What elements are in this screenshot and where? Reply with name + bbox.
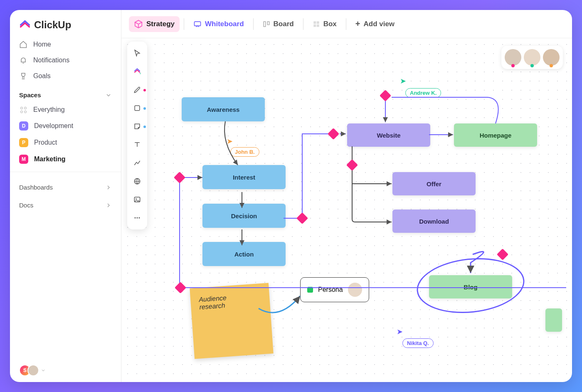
connector-diamond[interactable] [380, 90, 391, 101]
nav-home-label: Home [33, 41, 51, 48]
pen-icon [133, 86, 141, 94]
connector-diamond[interactable] [328, 128, 339, 140]
docs-label: Docs [19, 202, 33, 209]
space-badge: M [19, 155, 28, 164]
node-awareness[interactable]: Awareness [182, 97, 265, 121]
persona-label: Persona [318, 286, 343, 293]
tab-box[interactable]: Box [308, 17, 342, 32]
connector-diamond[interactable] [346, 159, 358, 171]
chevron-right-icon [105, 202, 112, 209]
node-offer[interactable]: Offer [392, 172, 476, 195]
tool-image[interactable] [130, 192, 145, 207]
everything-icon [19, 106, 27, 114]
tab-whiteboard[interactable]: Whiteboard [188, 17, 249, 32]
nav-goals[interactable]: Goals [10, 68, 121, 84]
tool-shape[interactable] [130, 101, 145, 116]
sticky-note[interactable]: Audience research [190, 283, 273, 359]
space-everything[interactable]: Everything [10, 102, 121, 118]
space-development[interactable]: D Development [10, 118, 121, 134]
svg-rect-8 [135, 106, 140, 111]
hand-drawn-circle [414, 253, 527, 318]
node-decision[interactable]: Decision [202, 204, 286, 228]
node-interest[interactable]: Interest [202, 165, 286, 189]
sticky-icon [133, 122, 141, 131]
avatar [505, 49, 521, 66]
node-partial[interactable] [545, 308, 562, 332]
user-chip-john: John B. [230, 147, 259, 157]
nav-notifications[interactable]: Notifications [10, 52, 121, 68]
tab-label: Strategy [146, 20, 175, 28]
image-icon [133, 195, 141, 204]
tool-pointer[interactable] [130, 46, 145, 61]
brand-logo[interactable]: ClickUp [10, 19, 121, 37]
connector-icon [133, 159, 141, 167]
persona-card[interactable]: Persona [300, 277, 369, 302]
tab-board[interactable]: Board [258, 17, 299, 32]
tab-label: Board [274, 20, 294, 28]
node-action[interactable]: Action [202, 242, 286, 266]
cursor-icon: ➤ [397, 327, 403, 336]
chevron-right-icon [105, 184, 112, 191]
tool-pen[interactable] [130, 82, 145, 97]
svg-rect-0 [195, 22, 201, 26]
node-download[interactable]: Download [392, 210, 476, 233]
tool-clickup[interactable]: + [130, 64, 145, 79]
plus-icon: + [355, 19, 360, 29]
trophy-icon [19, 72, 27, 80]
svg-rect-5 [313, 24, 316, 27]
connector-diamond[interactable] [175, 282, 186, 293]
cube-icon [134, 20, 143, 29]
svg-rect-2 [267, 22, 269, 25]
tool-rail: + [127, 42, 147, 229]
footer-avatars[interactable]: S [19, 365, 46, 376]
connectors [121, 38, 572, 382]
tool-connector[interactable] [130, 155, 145, 170]
docs-section[interactable]: Docs [10, 194, 121, 212]
main-area: Strategy Whiteboard Board Box + Add view [121, 10, 572, 382]
svg-rect-6 [316, 24, 319, 27]
connector-diamond[interactable] [174, 172, 185, 183]
tab-strategy[interactable]: Strategy [129, 16, 180, 32]
status-square-icon [307, 287, 313, 293]
svg-rect-1 [264, 22, 266, 27]
globe-icon [133, 177, 141, 185]
space-label: Development [34, 122, 73, 130]
chevron-down-icon [41, 368, 46, 373]
avatar [27, 365, 39, 376]
whiteboard-canvas[interactable]: + [121, 38, 572, 382]
space-product[interactable]: P Product [10, 134, 121, 151]
tool-sticky[interactable] [130, 119, 145, 134]
whiteboard-icon [193, 20, 202, 28]
tool-web[interactable] [130, 174, 145, 189]
connector-diamond[interactable] [497, 249, 508, 260]
cursor-icon: ➤ [227, 137, 233, 146]
tab-label: Whiteboard [205, 20, 244, 28]
text-icon [133, 141, 141, 149]
space-marketing[interactable]: M Marketing [10, 151, 121, 168]
space-everything-label: Everything [33, 106, 65, 113]
space-label: Marketing [34, 155, 66, 163]
dashboards-label: Dashboards [19, 184, 53, 191]
brand-name: ClickUp [34, 19, 71, 31]
tool-text[interactable] [130, 137, 145, 152]
chevron-down-icon [105, 92, 112, 99]
view-tabs: Strategy Whiteboard Board Box + Add view [121, 10, 572, 38]
spaces-header[interactable]: Spaces [10, 84, 121, 102]
nav-goals-label: Goals [33, 72, 51, 80]
space-badge: P [19, 138, 28, 147]
tool-more[interactable] [130, 210, 145, 225]
board-icon [263, 20, 270, 28]
tab-label: Box [323, 20, 337, 28]
nav-home[interactable]: Home [10, 37, 121, 52]
node-homepage[interactable]: Homepage [454, 123, 537, 147]
add-view-label: Add view [363, 20, 395, 28]
svg-rect-3 [313, 21, 316, 24]
nav-notifications-label: Notifications [33, 57, 69, 64]
collaborator-avatars[interactable] [501, 46, 563, 69]
node-website[interactable]: Website [347, 123, 430, 147]
add-view-button[interactable]: + Add view [350, 16, 400, 32]
dashboards-section[interactable]: Dashboards [10, 176, 121, 194]
clickup-icon: + [133, 67, 141, 76]
connector-diamond[interactable] [296, 212, 308, 224]
svg-point-14 [139, 217, 140, 219]
